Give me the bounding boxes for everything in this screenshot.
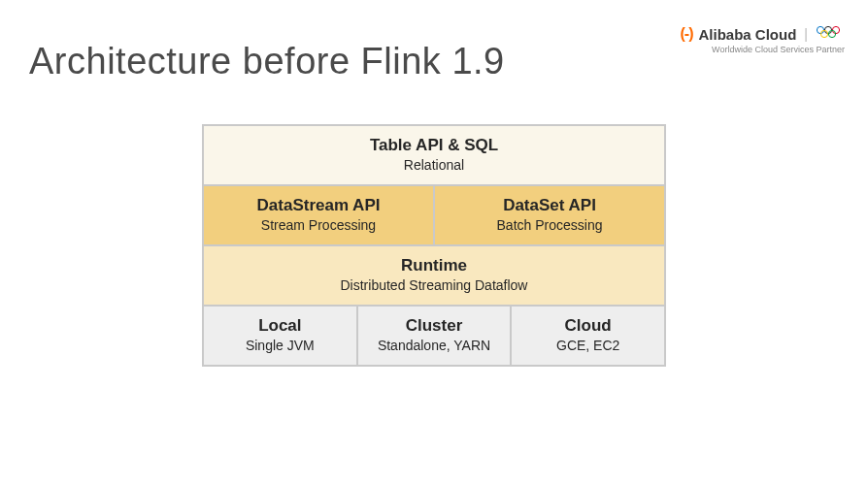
layer-title: DataSet API: [441, 196, 658, 215]
layer-subtitle: Distributed Streaming Dataflow: [210, 277, 658, 293]
page-title: Architecture before Flink 1.9: [29, 41, 505, 82]
deploy-cloud: Cloud GCE, EC2: [511, 306, 665, 366]
layer-title: DataStream API: [210, 196, 427, 215]
svg-point-0: [817, 26, 823, 33]
layer-subtitle: Relational: [210, 157, 658, 173]
brand-tagline: Worldwide Cloud Services Partner: [681, 45, 845, 54]
olympic-rings-icon: [816, 25, 845, 43]
layer-title: Cloud: [517, 316, 658, 336]
layer-subtitle: Batch Processing: [441, 217, 658, 233]
svg-point-4: [828, 30, 835, 37]
layer-subtitle: Single JVM: [210, 338, 351, 353]
brand-name: Alibaba Cloud: [699, 26, 797, 43]
layer-table-api: Table API & SQL Relational: [203, 125, 665, 185]
svg-point-2: [832, 26, 839, 33]
deploy-local: Local Single JVM: [203, 306, 357, 366]
svg-point-1: [824, 26, 831, 33]
architecture-diagram: Table API & SQL Relational DataStream AP…: [202, 124, 666, 367]
layer-title: Local: [210, 316, 351, 336]
layer-dataset-api: DataSet API Batch Processing: [434, 185, 665, 245]
layer-title: Table API & SQL: [210, 136, 658, 155]
layer-subtitle: Stream Processing: [210, 217, 427, 233]
logo-area: (-) Alibaba Cloud | Worldwide Cloud Serv…: [681, 25, 845, 54]
divider: |: [804, 26, 808, 42]
layer-subtitle: GCE, EC2: [517, 338, 658, 353]
alibaba-bracket-icon: (-): [681, 25, 693, 43]
deploy-cluster: Cluster Standalone, YARN: [357, 306, 512, 366]
layer-datastream-api: DataStream API Stream Processing: [203, 185, 434, 245]
layer-title: Runtime: [210, 256, 658, 275]
layer-title: Cluster: [364, 316, 505, 336]
layer-runtime: Runtime Distributed Streaming Dataflow: [203, 245, 665, 306]
layer-subtitle: Standalone, YARN: [364, 338, 505, 353]
svg-point-3: [820, 30, 827, 37]
